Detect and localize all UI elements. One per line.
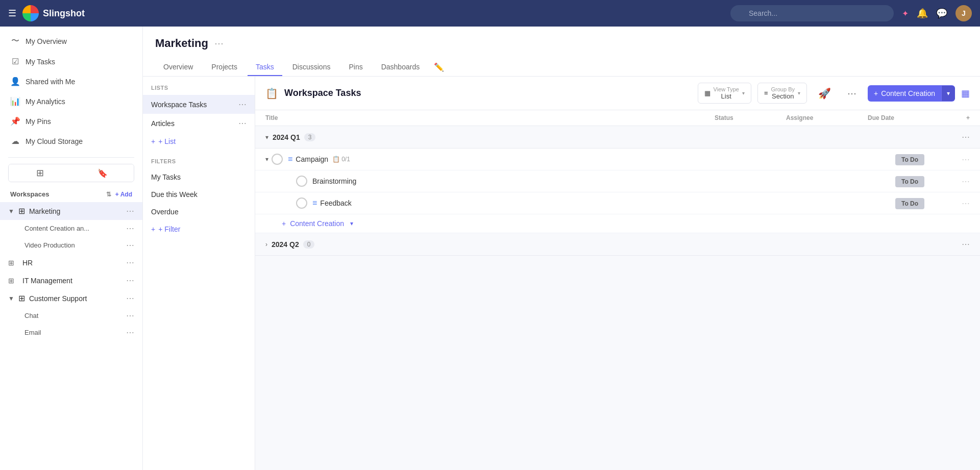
avatar[interactable]: J	[955, 5, 972, 21]
task-row-campaign: ▾ ≡ Campaign 📋 0/1	[255, 149, 980, 170]
workspace-menu-icon[interactable]: ⋯	[126, 206, 134, 216]
workspace-icon: ⊞	[8, 259, 16, 267]
task-name-feedback: Feedback	[320, 199, 732, 207]
list-item-label: Articles	[151, 119, 175, 128]
group-row-2024-q2[interactable]: › 2024 Q2 0 ⋯	[255, 233, 980, 256]
rocket-button[interactable]: 🚀	[813, 84, 836, 103]
row-menu-icon[interactable]: ⋯	[962, 199, 970, 208]
search-input[interactable]	[730, 5, 894, 21]
group-name: 2024 Q2	[272, 240, 299, 249]
sub-item-menu-icon[interactable]: ⋯	[126, 311, 134, 320]
workspace-menu-icon[interactable]: ⋯	[126, 258, 134, 267]
sub-item-menu-icon[interactable]: ⋯	[126, 224, 134, 233]
workspace-item-marketing[interactable]: ▼ ⊞ Marketing ⋯	[0, 202, 142, 220]
list-item-articles[interactable]: Articles ⋯	[143, 114, 255, 133]
workspace-sub-item-email[interactable]: Email ⋯	[0, 324, 142, 341]
filter-icon[interactable]: ▦	[961, 88, 970, 99]
tab-overview[interactable]: Overview	[155, 59, 201, 76]
workspace-menu-icon[interactable]: ⋯	[126, 276, 134, 285]
workspaces-label: Workspaces	[10, 190, 49, 198]
content-area: Marketing ⋯ Overview Projects Tasks Disc…	[143, 27, 980, 470]
bookmark-toggle-btn[interactable]: 🔖	[71, 164, 134, 182]
sidebar-item-shared-with-me[interactable]: 👤 Shared with Me	[0, 71, 142, 91]
menu-icon[interactable]: ☰	[8, 8, 16, 19]
group-count: 0	[303, 240, 315, 249]
top-navigation: ☰ Slingshot 🔍 ✦ 🔔 💬 J	[0, 0, 980, 27]
group-by-button[interactable]: ≡ Group By Section ▾	[757, 83, 807, 104]
workspace-sub-item-chat[interactable]: Chat ⋯	[0, 307, 142, 324]
layers-toggle-btn[interactable]: ⊞	[9, 164, 71, 182]
task-checkbox-brainstorming[interactable]	[296, 176, 307, 187]
filter-overdue[interactable]: Overdue	[143, 203, 255, 220]
add-column-button[interactable]: +	[949, 114, 970, 121]
chevron-down-icon: ▾	[798, 90, 800, 96]
workspaces-header: Workspaces ⇅ + Add	[0, 186, 142, 202]
view-type-button[interactable]: ▦ View Type List ▾	[698, 83, 751, 104]
filter-due-this-week[interactable]: Due this Week	[143, 186, 255, 203]
workspace-menu-icon[interactable]: ⋯	[126, 293, 134, 303]
edit-icon[interactable]: ✏️	[430, 58, 448, 76]
add-content-creation-row[interactable]: + Content Creation ▾	[255, 214, 980, 233]
group-by-icon: ≡	[764, 89, 768, 97]
add-filter-button[interactable]: + + Filter	[143, 220, 255, 238]
list-item-menu-icon[interactable]: ⋯	[238, 100, 247, 109]
sidebar-item-my-cloud-storage[interactable]: ☁ My Cloud Storage	[0, 131, 142, 151]
content-creation-button[interactable]: + Content Creation	[868, 85, 941, 102]
more-options-button[interactable]: ⋯	[842, 85, 862, 102]
add-workspace-button[interactable]: + Add	[115, 191, 132, 198]
workspace-sub-item-video-production[interactable]: Video Production ⋯	[0, 237, 142, 254]
tab-pins[interactable]: Pins	[340, 59, 371, 76]
workspace-item-it-management[interactable]: ⊞ IT Management ⋯	[0, 271, 142, 289]
view-type-icon: ▦	[704, 89, 710, 97]
workspace-expand-icon: ▼	[8, 208, 14, 215]
workspace-sub-item-content-creation[interactable]: Content Creation an... ⋯	[0, 220, 142, 237]
workspace-item-left: ▼ ⊞ Marketing	[8, 206, 60, 216]
status-badge-campaign: To Do	[895, 154, 924, 165]
group-expand-icon: ▾	[265, 134, 268, 141]
sidebar-item-my-analytics[interactable]: 📊 My Analytics	[0, 91, 142, 111]
content-creation-label: Content Creation	[881, 89, 935, 97]
workspace-label: Customer Support	[29, 294, 87, 303]
group-menu-icon[interactable]: ⋯	[962, 132, 970, 142]
sort-icon[interactable]: ⇅	[106, 191, 111, 198]
app-logo[interactable]: Slingshot	[22, 5, 85, 21]
page-title-menu-icon[interactable]: ⋯	[214, 38, 224, 49]
add-list-button[interactable]: + + List	[143, 133, 255, 150]
tab-tasks[interactable]: Tasks	[248, 59, 282, 76]
content-creation-dropdown-button[interactable]: ▾	[941, 86, 955, 101]
workspace-item-left: ▼ ⊞ Customer Support	[8, 293, 87, 303]
sidebar-nav: 〜 My Overview ☑ My Tasks 👤 Shared with M…	[0, 27, 142, 155]
tab-discussions[interactable]: Discussions	[284, 59, 339, 76]
task-row-feedback: ≡ Feedback To Do ⋯	[255, 192, 980, 214]
add-row-label: Content Creation	[290, 219, 344, 228]
group-menu-icon[interactable]: ⋯	[962, 239, 970, 249]
sub-item-label: Chat	[24, 312, 38, 319]
sub-item-menu-icon[interactable]: ⋯	[126, 328, 134, 337]
row-menu-icon[interactable]: ⋯	[962, 177, 970, 186]
sidebar-item-my-tasks[interactable]: ☑ My Tasks	[0, 52, 142, 71]
sidebar-item-my-pins[interactable]: 📌 My Pins	[0, 111, 142, 131]
messages-icon[interactable]: 💬	[936, 8, 947, 19]
filter-my-tasks[interactable]: My Tasks	[143, 168, 255, 186]
tab-projects[interactable]: Projects	[203, 59, 246, 76]
workspace-item-hr[interactable]: ⊞ HR ⋯	[0, 254, 142, 271]
task-title-icon: 📋	[265, 87, 278, 100]
list-item-menu-icon[interactable]: ⋯	[238, 118, 247, 128]
ai-icon[interactable]: ✦	[902, 9, 909, 18]
task-checkbox-campaign[interactable]	[272, 154, 283, 165]
workspace-item-customer-support[interactable]: ▼ ⊞ Customer Support ⋯	[0, 289, 142, 307]
tab-dashboards[interactable]: Dashboards	[373, 59, 428, 76]
sidebar-item-label: My Analytics	[26, 97, 65, 106]
sub-item-label: Email	[24, 329, 41, 336]
group-row-2024-q1[interactable]: ▾ 2024 Q1 3 ⋯	[255, 126, 980, 149]
task-expand-icon[interactable]: ▾	[265, 156, 268, 163]
sidebar: 〜 My Overview ☑ My Tasks 👤 Shared with M…	[0, 27, 143, 470]
sub-item-menu-icon[interactable]: ⋯	[126, 240, 134, 250]
task-checkbox-feedback[interactable]	[296, 197, 307, 209]
list-item-workspace-tasks[interactable]: Workspace Tasks ⋯	[143, 95, 255, 114]
sidebar-item-my-overview[interactable]: 〜 My Overview	[0, 31, 142, 52]
sub-item-label: Video Production	[24, 241, 75, 249]
row-menu-icon[interactable]: ⋯	[962, 155, 970, 164]
task-name-campaign: Campaign 📋 0/1	[296, 155, 732, 163]
notifications-icon[interactable]: 🔔	[917, 8, 928, 19]
